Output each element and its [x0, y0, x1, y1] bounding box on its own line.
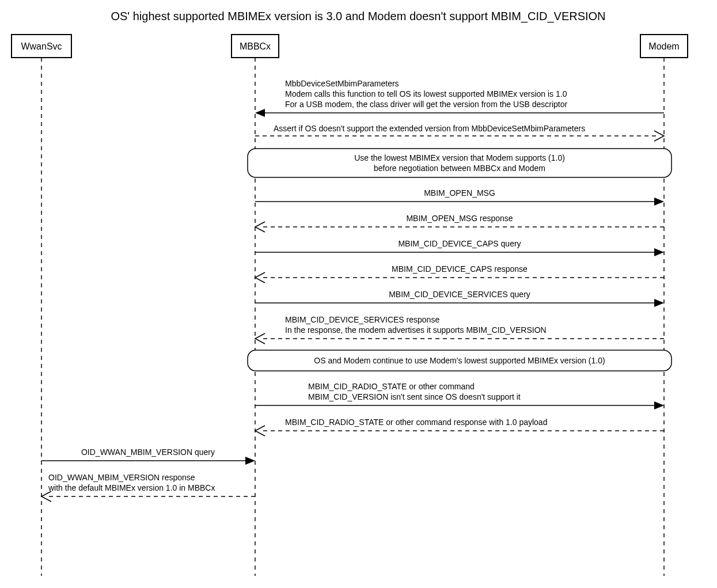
msg-mbim-cid-radio-state-response: MBIM_CID_RADIO_STATE or other command re…: [255, 418, 664, 436]
msg-mbim-cid-radio-state: MBIM_CID_RADIO_STATE or other command MB…: [255, 382, 664, 409]
msg9-line2: MBIM_CID_VERSION isn't sent since OS doe…: [308, 392, 521, 401]
msg12-line2: with the default MBIMEx version 1.0 in M…: [48, 483, 215, 492]
sequence-diagram: OS' highest supported MBIMEx version is …: [0, 0, 717, 588]
note-continue-lowest-version: OS and Modem continue to use Modem's low…: [248, 350, 672, 371]
diagram-title: OS' highest supported MBIMEx version is …: [111, 10, 605, 23]
note1-line2: before negotiation between MBBCx and Mod…: [374, 164, 545, 173]
actor-mbbcx: MBBCx: [232, 35, 279, 58]
msg8-line2: In the response, the modem advertises it…: [285, 325, 547, 335]
msg-mbim-cid-device-caps-query: MBIM_CID_DEVICE_CAPS query: [255, 239, 664, 256]
note-use-lowest-version: Use the lowest MBIMEx version that Modem…: [248, 149, 672, 177]
msg1-line2: Modem calls this function to tell OS its…: [285, 89, 567, 98]
msg4-text: MBIM_OPEN_MSG response: [406, 214, 513, 223]
note1-line1: Use the lowest MBIMEx version that Modem…: [354, 153, 565, 162]
actor-wwansvc: WwanSvc: [12, 35, 71, 58]
msg9-line1: MBIM_CID_RADIO_STATE or other command: [308, 382, 475, 391]
svg-marker-14: [654, 299, 664, 307]
msg-mbb-device-set-mbim-parameters: MbbDeviceSetMbimParameters Modem calls t…: [255, 79, 664, 117]
actor-wwansvc-label: WwanSvc: [21, 41, 62, 51]
msg1-line1: MbbDeviceSetMbimParameters: [285, 79, 399, 88]
msg7-text: MBIM_CID_DEVICE_SERVICES query: [389, 290, 530, 299]
actor-modem-label: Modem: [648, 41, 679, 51]
msg10-text: MBIM_CID_RADIO_STATE or other command re…: [285, 418, 547, 427]
msg-mbim-open-msg-response: MBIM_OPEN_MSG response: [255, 214, 664, 232]
msg-oid-wwan-mbim-version-query: OID_WWAN_MBIM_VERSION query: [41, 447, 255, 465]
msg-oid-wwan-mbim-version-response: OID_WWAN_MBIM_VERSION response with the …: [41, 473, 255, 502]
msg12-line1: OID_WWAN_MBIM_VERSION response: [48, 473, 195, 482]
msg11-text: OID_WWAN_MBIM_VERSION query: [81, 447, 215, 457]
msg-mbim-open-msg: MBIM_OPEN_MSG: [255, 188, 664, 206]
svg-marker-4: [255, 109, 265, 117]
msg8-line1: MBIM_CID_DEVICE_SERVICES response: [285, 315, 439, 324]
svg-marker-18: [654, 401, 664, 409]
msg3-text: MBIM_OPEN_MSG: [424, 188, 495, 198]
actor-mbbcx-label: MBBCx: [240, 41, 271, 51]
msg-mbim-cid-device-services-query: MBIM_CID_DEVICE_SERVICES query: [255, 290, 664, 307]
msg2-text: Assert if OS doesn't support the extende…: [274, 124, 585, 133]
svg-marker-8: [654, 198, 664, 206]
msg5-text: MBIM_CID_DEVICE_CAPS query: [398, 239, 521, 248]
msg6-text: MBIM_CID_DEVICE_CAPS response: [392, 264, 528, 274]
note2-text: OS and Modem continue to use Modem's low…: [314, 356, 605, 365]
msg1-line3: For a USB modem, the class driver will g…: [285, 100, 568, 109]
msg-mbim-cid-device-caps-response: MBIM_CID_DEVICE_CAPS response: [255, 264, 664, 283]
actor-modem: Modem: [640, 35, 688, 58]
msg-assert-extended-version: Assert if OS doesn't support the extende…: [255, 124, 664, 141]
svg-marker-11: [654, 248, 664, 256]
msg-mbim-cid-device-services-response: MBIM_CID_DEVICE_SERVICES response In the…: [255, 315, 664, 344]
svg-marker-21: [245, 457, 255, 465]
